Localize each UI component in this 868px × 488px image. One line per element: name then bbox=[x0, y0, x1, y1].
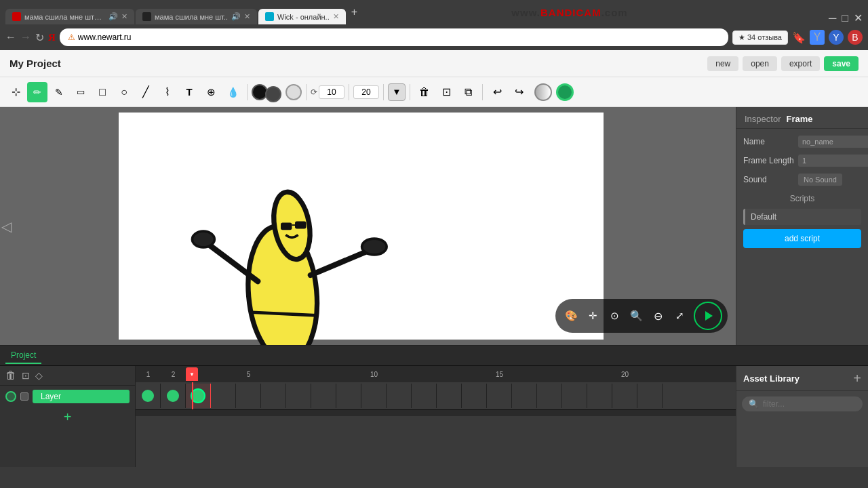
frame-cell-13[interactable] bbox=[437, 384, 462, 408]
maximize-icon[interactable]: □ bbox=[842, 12, 848, 24]
undo-btn[interactable]: ↩ bbox=[487, 82, 507, 102]
close-window-icon[interactable]: ✕ bbox=[854, 12, 863, 24]
extension-btn1[interactable]: Y bbox=[810, 30, 825, 45]
tool-cursor[interactable]: ⊹ bbox=[5, 82, 26, 102]
frame-cell-18[interactable] bbox=[562, 384, 587, 408]
frame-cell-17[interactable] bbox=[537, 384, 562, 408]
back-btn[interactable]: ← bbox=[5, 31, 16, 43]
address-input[interactable] bbox=[78, 33, 720, 42]
tool-rect[interactable]: □ bbox=[92, 82, 113, 102]
white-fill[interactable] bbox=[285, 84, 302, 100]
layer-keyframe-btn[interactable]: ◇ bbox=[35, 370, 43, 381]
frame-cell-10[interactable] bbox=[361, 384, 387, 408]
frame-cell-15[interactable] bbox=[487, 384, 512, 408]
delete-frame-btn[interactable]: 🗑 bbox=[414, 82, 435, 102]
layer-name-badge[interactable]: Layer bbox=[33, 390, 130, 403]
left-arrow[interactable]: ◁ bbox=[1, 218, 12, 235]
frame-cell-20[interactable] bbox=[612, 384, 637, 408]
move-tool-btn[interactable]: ✛ bbox=[583, 306, 603, 326]
frame-cell-16[interactable] bbox=[512, 384, 537, 408]
tool-pencil[interactable]: ✎ bbox=[49, 82, 69, 102]
timeline-numbers-row: 1 2 5 10 15 20 bbox=[136, 366, 736, 382]
frame-cell-8[interactable] bbox=[311, 384, 336, 408]
browser-tab-1[interactable]: мама сшила мне штаны 🔊 ✕ bbox=[5, 9, 134, 24]
new-project-btn[interactable]: new bbox=[707, 56, 738, 71]
tool-text[interactable]: T bbox=[179, 82, 199, 102]
timeline-track[interactable]: 1 2 5 10 15 20 bbox=[136, 366, 736, 467]
tool-path[interactable]: ⌇ bbox=[157, 82, 178, 102]
active-tool-indicator[interactable] bbox=[556, 83, 574, 101]
tool-eyedrop[interactable]: 💧 bbox=[222, 82, 243, 102]
add-layer-btn[interactable]: + bbox=[5, 409, 130, 425]
extension-btn3[interactable]: B bbox=[848, 30, 863, 45]
new-tab-btn[interactable]: + bbox=[347, 6, 361, 18]
zoom-out-btn[interactable]: ⊖ bbox=[648, 306, 668, 326]
redo-btn[interactable]: ↪ bbox=[509, 82, 529, 102]
project-tab[interactable]: Project bbox=[5, 348, 41, 364]
name-input[interactable] bbox=[798, 136, 868, 148]
canvas-area[interactable]: ◁ 🎨 ✛ ⊙ 🔍 ⊖ ⤢ bbox=[0, 107, 736, 345]
add-script-btn[interactable]: add script bbox=[743, 229, 861, 248]
frame-cell-6[interactable] bbox=[261, 384, 286, 408]
frame-tab[interactable]: Frame bbox=[786, 114, 812, 124]
frame-cell-3[interactable] bbox=[186, 384, 211, 408]
flip-btn[interactable]: ⧉ bbox=[458, 82, 478, 102]
center-view-btn[interactable]: ⊙ bbox=[604, 306, 625, 326]
tool-brush[interactable]: ✏ bbox=[27, 82, 47, 102]
play-btn[interactable] bbox=[694, 302, 722, 330]
asset-add-btn[interactable]: + bbox=[853, 371, 861, 385]
frame-length-input[interactable] bbox=[798, 155, 868, 167]
default-script-item[interactable]: Default bbox=[743, 209, 861, 225]
frame-cell-7[interactable] bbox=[286, 384, 311, 408]
tool-ellipse[interactable]: ○ bbox=[114, 82, 134, 102]
fill-color[interactable] bbox=[265, 86, 281, 102]
gradient-selector[interactable] bbox=[534, 83, 552, 101]
timeline-frames-row[interactable] bbox=[136, 382, 736, 409]
frame-cell-19[interactable] bbox=[587, 384, 612, 408]
extension-btn2[interactable]: Y bbox=[829, 30, 844, 45]
frame-cell-1[interactable] bbox=[136, 384, 161, 408]
layer-item-1[interactable]: Layer bbox=[0, 386, 135, 407]
frame-cell-9[interactable] bbox=[336, 384, 361, 408]
bookmark-btn[interactable]: 🔖 bbox=[792, 31, 806, 44]
frame-cell-11[interactable] bbox=[387, 384, 412, 408]
zoom-in-btn[interactable]: 🔍 bbox=[626, 306, 646, 326]
stroke-size-input[interactable] bbox=[319, 85, 344, 99]
frame-cell-2[interactable] bbox=[161, 384, 186, 408]
frame-cell-12[interactable] bbox=[412, 384, 437, 408]
asset-search-inner[interactable]: 🔍 bbox=[742, 396, 863, 411]
tool-fill[interactable]: ⊕ bbox=[201, 82, 221, 102]
export-btn[interactable]: export bbox=[781, 56, 820, 71]
layer-options-btn[interactable]: ⊡ bbox=[22, 370, 30, 381]
paint-bucket-btn[interactable]: 🎨 bbox=[561, 306, 581, 326]
frame-cell-21[interactable] bbox=[637, 384, 663, 408]
address-input-wrapper[interactable]: ⚠ bbox=[60, 28, 728, 46]
layer-lock-btn[interactable] bbox=[20, 392, 28, 401]
forward-btn[interactable]: → bbox=[20, 31, 31, 43]
review-badge[interactable]: ★ 34 отзыва bbox=[732, 30, 788, 45]
open-project-btn[interactable]: open bbox=[743, 56, 777, 71]
save-btn[interactable]: save bbox=[824, 56, 859, 71]
asset-filter-input[interactable] bbox=[763, 399, 865, 409]
blend-selector[interactable]: ▼ bbox=[388, 83, 406, 101]
browser-tab-3[interactable]: Wick - онлайн.. ✕ bbox=[258, 9, 346, 24]
layer-eye-btn[interactable] bbox=[5, 391, 16, 402]
frame-cell-4[interactable] bbox=[211, 384, 236, 408]
inspector-tab[interactable]: Inspector bbox=[745, 114, 781, 124]
copy-btn[interactable]: ⊡ bbox=[436, 82, 456, 102]
minimize-icon[interactable]: ─ bbox=[829, 12, 836, 24]
tab2-close[interactable]: ✕ bbox=[244, 12, 250, 21]
frame-cell-5[interactable] bbox=[236, 384, 261, 408]
fill-size-input[interactable] bbox=[353, 85, 379, 99]
fullscreen-btn[interactable]: ⤢ bbox=[669, 306, 690, 326]
tool-eraser[interactable]: ▭ bbox=[71, 82, 91, 102]
browser-tab-2[interactable]: мама сшила мне шт.. 🔊 ✕ bbox=[136, 9, 257, 24]
delete-layer-btn[interactable]: 🗑 bbox=[5, 369, 16, 382]
frame-cell-14[interactable] bbox=[462, 384, 487, 408]
window-controls[interactable]: ─ □ ✕ bbox=[829, 12, 863, 24]
tab1-close[interactable]: ✕ bbox=[121, 12, 127, 21]
timeline-scrollbar[interactable] bbox=[136, 409, 736, 416]
tab3-close[interactable]: ✕ bbox=[333, 12, 339, 21]
reload-btn[interactable]: ↻ bbox=[35, 31, 44, 44]
tool-line[interactable]: ╱ bbox=[136, 82, 156, 102]
